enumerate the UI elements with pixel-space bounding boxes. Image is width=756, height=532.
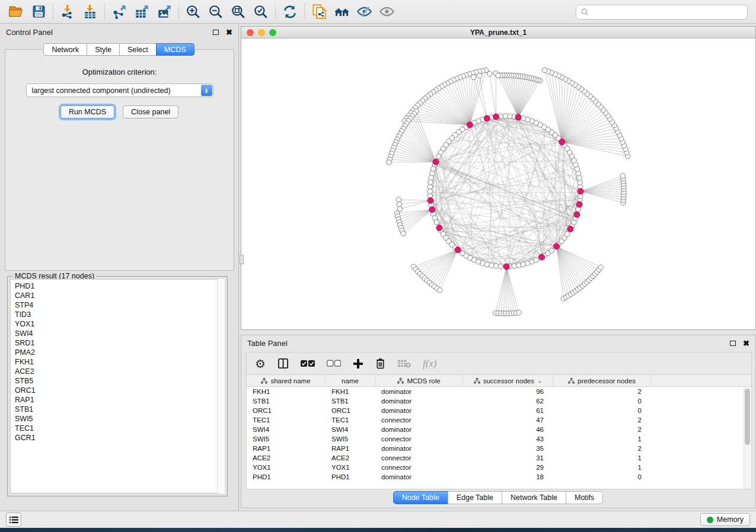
import-network-button[interactable] <box>56 2 79 22</box>
duplicate-network-button[interactable] <box>308 2 330 22</box>
mcds-result-item[interactable]: PHD1 <box>15 281 224 291</box>
column-header-name[interactable]: name <box>326 375 375 386</box>
open-file-button[interactable] <box>5 2 27 22</box>
column-type-icon <box>568 378 575 384</box>
column-header-MCDS-role[interactable]: MCDS role <box>375 375 463 386</box>
table-scrollbar-thumb[interactable] <box>745 389 750 445</box>
select-all-button[interactable] <box>301 357 315 371</box>
close-panel-button[interactable]: Close panel <box>123 105 178 118</box>
search-input[interactable] <box>589 7 747 18</box>
zoom-fit-icon <box>231 4 246 20</box>
table-row[interactable]: YOX1YOX1connector291 <box>247 463 751 472</box>
close-window-icon[interactable] <box>247 29 254 36</box>
tab-network[interactable]: Network <box>43 43 87 56</box>
refresh-button[interactable] <box>279 2 301 22</box>
mcds-result-item[interactable]: PMA2 <box>15 348 224 357</box>
table-row[interactable]: TEC1TEC1connector472 <box>247 415 751 425</box>
zoom-fit-button[interactable] <box>227 2 250 22</box>
mcds-result-item[interactable]: TID3 <box>15 310 224 319</box>
save-session-button[interactable] <box>27 2 50 22</box>
zoom-in-button[interactable] <box>182 2 205 22</box>
mcds-result-item[interactable]: SWI5 <box>15 414 224 424</box>
zoom-selected-button[interactable] <box>250 2 272 22</box>
mcds-result-item[interactable]: ACE2 <box>15 367 224 376</box>
tab-select[interactable]: Select <box>119 43 157 56</box>
delete-table-icon <box>397 359 411 368</box>
minimize-window-icon[interactable] <box>258 29 265 36</box>
hide-selected-button[interactable] <box>353 2 375 22</box>
memory-button[interactable]: Memory <box>700 513 750 526</box>
mcds-result-item[interactable]: GCR1 <box>15 433 224 443</box>
table-row[interactable]: ACE2ACE2connector311 <box>247 453 751 463</box>
delete-column-button[interactable] <box>375 357 385 371</box>
mcds-result-item[interactable]: FKH1 <box>15 357 224 367</box>
tab-motifs[interactable]: Motifs <box>566 491 603 504</box>
export-table-button[interactable] <box>130 2 153 22</box>
mcds-result-item[interactable]: STP4 <box>15 300 224 310</box>
function-builder-button[interactable]: f(x) <box>423 357 437 371</box>
export-image-button[interactable] <box>153 2 176 22</box>
column-header-shared-name[interactable]: shared name <box>247 375 326 386</box>
table-settings-button[interactable]: ⚙ <box>255 357 266 371</box>
table-row[interactable]: STB1STB1dominator620 <box>247 396 751 406</box>
tab-node-table[interactable]: Node Table <box>393 491 448 504</box>
table-row[interactable]: PHD1PHD1dominator180 <box>247 472 751 482</box>
close-panel-icon[interactable]: ✖ <box>743 339 749 347</box>
float-panel-icon[interactable] <box>730 341 736 346</box>
table-row[interactable]: SWI4SWI4dominator462 <box>247 425 751 434</box>
export-network-button[interactable] <box>108 2 130 22</box>
task-history-button[interactable] <box>6 512 21 527</box>
import-table-button[interactable] <box>79 2 101 22</box>
eye-slash-icon <box>356 4 372 20</box>
table-row[interactable]: ORC1ORC1dominator610 <box>247 406 751 415</box>
tab-network-table[interactable]: Network Table <box>502 491 566 504</box>
add-column-button[interactable] <box>353 357 363 371</box>
save-icon <box>31 4 46 19</box>
table-header-row: shared namenameMCDS rolesuccessor nodes⌄… <box>247 375 751 387</box>
close-panel-icon[interactable]: ✖ <box>226 28 232 36</box>
mcds-result-item[interactable]: STB1 <box>15 405 224 414</box>
show-all-button[interactable] <box>375 2 398 22</box>
column-header-predecessor-nodes[interactable]: predecessor nodes <box>553 375 651 386</box>
table-row[interactable]: SWI5SWI5connector431 <box>247 434 751 444</box>
mcds-result-item[interactable]: SRD1 <box>15 338 224 348</box>
tab-edge-table[interactable]: Edge Table <box>448 491 502 504</box>
network-titlebar[interactable]: YPA_prune.txt_1 <box>241 27 755 39</box>
delete-table-button[interactable] <box>397 357 411 371</box>
table-panel: Table Panel ✖ ⚙ f(x) <box>241 335 756 508</box>
show-columns-button[interactable] <box>277 357 289 371</box>
mcds-result-item[interactable]: STB5 <box>15 376 224 386</box>
mcds-result-item[interactable]: CAR1 <box>15 291 224 300</box>
mcds-result-item[interactable]: SWI4 <box>15 329 224 338</box>
table-row[interactable]: FKH1FKH1dominator962 <box>247 387 751 396</box>
table-cell: PHD1 <box>326 472 375 482</box>
run-mcds-button[interactable]: Run MCDS <box>60 105 114 118</box>
table-cell: 43 <box>463 434 553 444</box>
zoom-out-button[interactable] <box>205 2 227 22</box>
mcds-list-scrollbar[interactable] <box>217 279 225 493</box>
mcds-result-list[interactable]: PHD1CAR1STP4TID3YOX1SWI4SRD1PMA2FKH1ACE2… <box>10 279 225 493</box>
table-cell: SWI4 <box>247 425 326 434</box>
mcds-result-item[interactable]: TEC1 <box>15 424 224 433</box>
first-neighbors-button[interactable] <box>330 2 353 22</box>
table-row[interactable]: RAP1RAP1dominator352 <box>247 444 751 453</box>
column-header-successor-nodes[interactable]: successor nodes⌄ <box>463 375 553 386</box>
mcds-result-item[interactable]: ORC1 <box>15 386 224 395</box>
tab-style[interactable]: Style <box>87 43 120 56</box>
mcds-result-item[interactable]: YOX1 <box>15 319 224 329</box>
export-network-icon <box>111 4 127 20</box>
float-panel-icon[interactable] <box>213 30 219 35</box>
table-scrollbar[interactable] <box>744 387 751 489</box>
tab-mcds[interactable]: MCDS <box>156 43 194 56</box>
unchecked-boxes-icon <box>327 360 341 367</box>
zoom-selected-icon <box>253 4 269 20</box>
deselect-all-button[interactable] <box>327 357 341 371</box>
panel-splitter-handle[interactable] <box>240 255 244 264</box>
sort-indicator-icon: ⌄ <box>537 377 542 384</box>
maximize-window-icon[interactable] <box>269 29 276 36</box>
table-cell: STB1 <box>247 396 326 406</box>
network-canvas[interactable] <box>241 39 755 329</box>
criterion-dropdown[interactable]: largest connected component (undirected)… <box>26 84 213 97</box>
search-field[interactable] <box>576 5 748 20</box>
mcds-result-item[interactable]: RAP1 <box>15 395 224 405</box>
